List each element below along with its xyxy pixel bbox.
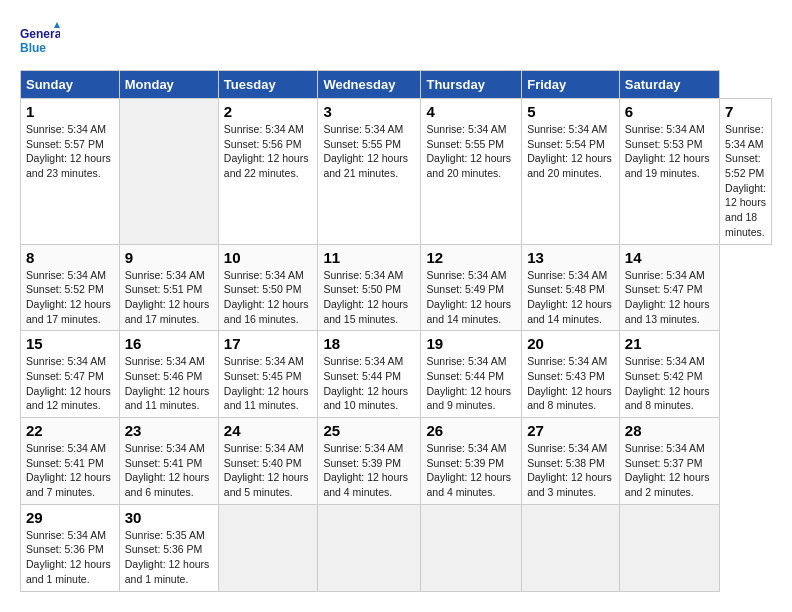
svg-marker-2 (54, 22, 60, 28)
day-info: Sunrise: 5:34 AMSunset: 5:43 PMDaylight:… (527, 354, 614, 413)
day-number: 14 (625, 249, 714, 266)
calendar-day-28: 28 Sunrise: 5:34 AMSunset: 5:37 PMDaylig… (619, 418, 719, 505)
weekday-header-tuesday: Tuesday (218, 71, 318, 99)
day-info: Sunrise: 5:34 AMSunset: 5:57 PMDaylight:… (26, 122, 114, 181)
day-number: 23 (125, 422, 213, 439)
logo-icon: General Blue (20, 20, 60, 60)
calendar-day-26: 26 Sunrise: 5:34 AMSunset: 5:39 PMDaylig… (421, 418, 522, 505)
calendar-day-14: 14 Sunrise: 5:34 AMSunset: 5:47 PMDaylig… (619, 244, 719, 331)
weekday-header-wednesday: Wednesday (318, 71, 421, 99)
day-number: 3 (323, 103, 415, 120)
day-info: Sunrise: 5:34 AMSunset: 5:45 PMDaylight:… (224, 354, 313, 413)
calendar-day-24: 24 Sunrise: 5:34 AMSunset: 5:40 PMDaylig… (218, 418, 318, 505)
svg-text:General: General (20, 27, 60, 41)
weekday-header-sunday: Sunday (21, 71, 120, 99)
calendar-day-25: 25 Sunrise: 5:34 AMSunset: 5:39 PMDaylig… (318, 418, 421, 505)
day-info: Sunrise: 5:34 AMSunset: 5:50 PMDaylight:… (323, 268, 415, 327)
day-number: 30 (125, 509, 213, 526)
day-number: 2 (224, 103, 313, 120)
day-number: 29 (26, 509, 114, 526)
day-number: 16 (125, 335, 213, 352)
calendar-day-5: 5 Sunrise: 5:34 AMSunset: 5:54 PMDayligh… (522, 99, 620, 245)
calendar-day-9: 9 Sunrise: 5:34 AMSunset: 5:51 PMDayligh… (119, 244, 218, 331)
calendar-day-29: 29 Sunrise: 5:34 AMSunset: 5:36 PMDaylig… (21, 504, 120, 591)
calendar-day-21: 21 Sunrise: 5:34 AMSunset: 5:42 PMDaylig… (619, 331, 719, 418)
calendar-day-empty (218, 504, 318, 591)
calendar-day-empty (522, 504, 620, 591)
calendar-header-row: SundayMondayTuesdayWednesdayThursdayFrid… (21, 71, 772, 99)
calendar-day-17: 17 Sunrise: 5:34 AMSunset: 5:45 PMDaylig… (218, 331, 318, 418)
day-number: 18 (323, 335, 415, 352)
day-info: Sunrise: 5:34 AMSunset: 5:52 PMDaylight:… (725, 122, 766, 240)
day-number: 7 (725, 103, 766, 120)
calendar-day-11: 11 Sunrise: 5:34 AMSunset: 5:50 PMDaylig… (318, 244, 421, 331)
calendar-day-27: 27 Sunrise: 5:34 AMSunset: 5:38 PMDaylig… (522, 418, 620, 505)
day-info: Sunrise: 5:34 AMSunset: 5:36 PMDaylight:… (26, 528, 114, 587)
day-info: Sunrise: 5:34 AMSunset: 5:50 PMDaylight:… (224, 268, 313, 327)
day-info: Sunrise: 5:34 AMSunset: 5:39 PMDaylight:… (426, 441, 516, 500)
day-info: Sunrise: 5:34 AMSunset: 5:56 PMDaylight:… (224, 122, 313, 181)
calendar-day-10: 10 Sunrise: 5:34 AMSunset: 5:50 PMDaylig… (218, 244, 318, 331)
day-number: 28 (625, 422, 714, 439)
calendar-day-1: 1 Sunrise: 5:34 AMSunset: 5:57 PMDayligh… (21, 99, 120, 245)
weekday-header-saturday: Saturday (619, 71, 719, 99)
calendar-week-3: 15 Sunrise: 5:34 AMSunset: 5:47 PMDaylig… (21, 331, 772, 418)
weekday-header-thursday: Thursday (421, 71, 522, 99)
day-info: Sunrise: 5:34 AMSunset: 5:37 PMDaylight:… (625, 441, 714, 500)
day-number: 11 (323, 249, 415, 266)
calendar-week-1: 1 Sunrise: 5:34 AMSunset: 5:57 PMDayligh… (21, 99, 772, 245)
calendar-day-23: 23 Sunrise: 5:34 AMSunset: 5:41 PMDaylig… (119, 418, 218, 505)
calendar-day-empty (318, 504, 421, 591)
day-info: Sunrise: 5:34 AMSunset: 5:53 PMDaylight:… (625, 122, 714, 181)
day-number: 5 (527, 103, 614, 120)
header: General Blue (20, 20, 772, 60)
calendar-day-7: 7 Sunrise: 5:34 AMSunset: 5:52 PMDayligh… (720, 99, 772, 245)
day-info: Sunrise: 5:34 AMSunset: 5:54 PMDaylight:… (527, 122, 614, 181)
day-info: Sunrise: 5:35 AMSunset: 5:36 PMDaylight:… (125, 528, 213, 587)
day-info: Sunrise: 5:34 AMSunset: 5:44 PMDaylight:… (426, 354, 516, 413)
day-info: Sunrise: 5:34 AMSunset: 5:42 PMDaylight:… (625, 354, 714, 413)
calendar-day-empty (619, 504, 719, 591)
calendar-day-8: 8 Sunrise: 5:34 AMSunset: 5:52 PMDayligh… (21, 244, 120, 331)
calendar-day-20: 20 Sunrise: 5:34 AMSunset: 5:43 PMDaylig… (522, 331, 620, 418)
calendar-day-2: 2 Sunrise: 5:34 AMSunset: 5:56 PMDayligh… (218, 99, 318, 245)
day-number: 4 (426, 103, 516, 120)
day-number: 17 (224, 335, 313, 352)
day-number: 26 (426, 422, 516, 439)
day-number: 12 (426, 249, 516, 266)
calendar-week-5: 29 Sunrise: 5:34 AMSunset: 5:36 PMDaylig… (21, 504, 772, 591)
day-number: 8 (26, 249, 114, 266)
day-number: 9 (125, 249, 213, 266)
day-info: Sunrise: 5:34 AMSunset: 5:49 PMDaylight:… (426, 268, 516, 327)
calendar-day-3: 3 Sunrise: 5:34 AMSunset: 5:55 PMDayligh… (318, 99, 421, 245)
day-info: Sunrise: 5:34 AMSunset: 5:39 PMDaylight:… (323, 441, 415, 500)
day-info: Sunrise: 5:34 AMSunset: 5:44 PMDaylight:… (323, 354, 415, 413)
calendar-day-30: 30 Sunrise: 5:35 AMSunset: 5:36 PMDaylig… (119, 504, 218, 591)
calendar-day-22: 22 Sunrise: 5:34 AMSunset: 5:41 PMDaylig… (21, 418, 120, 505)
calendar-day-13: 13 Sunrise: 5:34 AMSunset: 5:48 PMDaylig… (522, 244, 620, 331)
day-number: 15 (26, 335, 114, 352)
weekday-header-monday: Monday (119, 71, 218, 99)
day-number: 10 (224, 249, 313, 266)
day-info: Sunrise: 5:34 AMSunset: 5:47 PMDaylight:… (625, 268, 714, 327)
day-number: 25 (323, 422, 415, 439)
day-number: 20 (527, 335, 614, 352)
calendar-week-2: 8 Sunrise: 5:34 AMSunset: 5:52 PMDayligh… (21, 244, 772, 331)
weekday-header-friday: Friday (522, 71, 620, 99)
day-info: Sunrise: 5:34 AMSunset: 5:55 PMDaylight:… (323, 122, 415, 181)
calendar-table: SundayMondayTuesdayWednesdayThursdayFrid… (20, 70, 772, 592)
day-info: Sunrise: 5:34 AMSunset: 5:48 PMDaylight:… (527, 268, 614, 327)
day-info: Sunrise: 5:34 AMSunset: 5:38 PMDaylight:… (527, 441, 614, 500)
calendar-day-18: 18 Sunrise: 5:34 AMSunset: 5:44 PMDaylig… (318, 331, 421, 418)
calendar-week-4: 22 Sunrise: 5:34 AMSunset: 5:41 PMDaylig… (21, 418, 772, 505)
day-info: Sunrise: 5:34 AMSunset: 5:41 PMDaylight:… (26, 441, 114, 500)
calendar-day-15: 15 Sunrise: 5:34 AMSunset: 5:47 PMDaylig… (21, 331, 120, 418)
day-info: Sunrise: 5:34 AMSunset: 5:47 PMDaylight:… (26, 354, 114, 413)
day-number: 21 (625, 335, 714, 352)
calendar-day-16: 16 Sunrise: 5:34 AMSunset: 5:46 PMDaylig… (119, 331, 218, 418)
day-number: 19 (426, 335, 516, 352)
calendar-day-4: 4 Sunrise: 5:34 AMSunset: 5:55 PMDayligh… (421, 99, 522, 245)
logo: General Blue (20, 20, 64, 60)
calendar-day-19: 19 Sunrise: 5:34 AMSunset: 5:44 PMDaylig… (421, 331, 522, 418)
day-info: Sunrise: 5:34 AMSunset: 5:40 PMDaylight:… (224, 441, 313, 500)
